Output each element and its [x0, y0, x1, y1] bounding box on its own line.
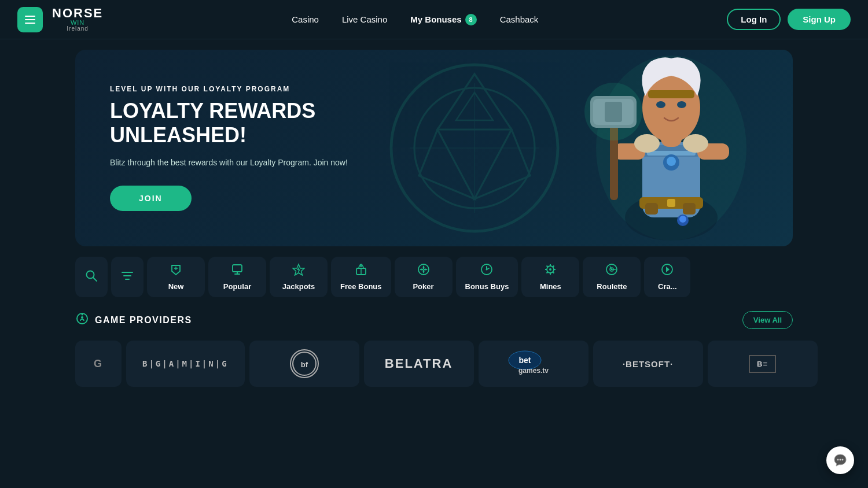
login-button[interactable]: Log In	[727, 9, 781, 30]
svg-point-28	[679, 216, 686, 223]
provider-betsoft[interactable]: ·BETSOFT·	[593, 341, 703, 387]
cat-filter-button[interactable]	[111, 257, 144, 297]
betgames-logo: bet games.tv	[507, 350, 560, 378]
svg-point-62	[82, 313, 83, 315]
cat-jackpots-button[interactable]: Jackpots	[270, 257, 328, 297]
cat-new-label: New	[168, 282, 184, 291]
hero-title: Loyalty Rewards Unleashed!	[110, 99, 365, 147]
game-providers-section: GAME PROVIDERS View All g B|G|A|M|I|N|G …	[75, 311, 793, 387]
logo: NORSE WIN Ireland	[52, 7, 103, 32]
svg-rect-24	[645, 203, 658, 215]
provider-partial[interactable]: g	[75, 341, 122, 387]
hero-character	[550, 50, 793, 246]
svg-point-70	[842, 459, 844, 461]
section-header: GAME PROVIDERS View All	[75, 311, 793, 329]
view-all-button[interactable]: View All	[742, 311, 793, 329]
svg-line-52	[553, 272, 554, 273]
svg-text:games.tv: games.tv	[518, 367, 549, 375]
cat-free-bonus-button[interactable]: Free Bonus	[331, 257, 391, 297]
search-icon	[85, 269, 98, 285]
svg-line-51	[547, 266, 548, 267]
svg-text:bet: bet	[518, 356, 531, 365]
crash-icon	[661, 263, 674, 279]
hero-content: Level up with our loyalty program Loyalt…	[75, 56, 399, 239]
nav-cashback[interactable]: Cashback	[500, 14, 539, 24]
new-icon	[170, 263, 182, 279]
cat-jackpots-label: Jackpots	[282, 282, 315, 291]
svg-text:bf: bf	[300, 360, 308, 369]
header-left: NORSE WIN Ireland	[17, 7, 103, 32]
svg-point-16	[677, 101, 686, 108]
mines-icon	[544, 263, 557, 279]
svg-point-45	[486, 269, 488, 271]
cat-roulette-label: Roulette	[597, 282, 627, 291]
svg-point-26	[584, 83, 642, 141]
svg-point-58	[611, 269, 612, 270]
svg-rect-17	[648, 90, 694, 98]
logo-region: Ireland	[67, 26, 89, 32]
bonus-buys-icon	[480, 263, 493, 279]
hero-join-button[interactable]: JOIN	[110, 186, 192, 211]
cat-roulette-button[interactable]: Roulette	[583, 257, 641, 297]
bgaming-logo: B|G|A|M|I|N|G	[142, 359, 229, 368]
bonus-count-badge: 8	[465, 14, 477, 25]
nav-live-casino[interactable]: Live Casino	[342, 14, 387, 24]
cat-popular-button[interactable]: Popular	[208, 257, 266, 297]
provider-be[interactable]: B≡	[708, 341, 818, 387]
cat-mines-button[interactable]: Mines	[521, 257, 579, 297]
belatra-logo: BELATRA	[385, 356, 453, 371]
cat-poker-button[interactable]: Poker	[395, 257, 453, 297]
bf-logo: bf	[290, 349, 319, 378]
section-title-area: GAME PROVIDERS	[75, 312, 192, 329]
nav-my-bonuses[interactable]: My Bonuses 8	[410, 14, 476, 25]
hero-description: Blitz through the best rewards with our …	[110, 156, 365, 169]
betsoft-logo: ·BETSOFT·	[623, 359, 673, 369]
svg-point-55	[549, 268, 551, 271]
main-nav: Casino Live Casino My Bonuses 8 Cashback	[292, 14, 538, 25]
cat-free-bonus-label: Free Bonus	[340, 282, 382, 291]
cat-poker-label: Poker	[413, 282, 433, 291]
provider-belatra[interactable]: BELATRA	[364, 341, 474, 387]
cat-mines-label: Mines	[540, 282, 561, 291]
cat-search-button[interactable]	[75, 257, 108, 297]
header-actions: Log In Sign Up	[727, 9, 851, 30]
svg-point-23	[667, 157, 676, 166]
providers-icon	[75, 312, 89, 329]
svg-point-15	[656, 101, 665, 108]
svg-point-69	[840, 459, 841, 461]
provider-bgaming[interactable]: B|G|A|M|I|N|G	[126, 341, 245, 387]
provider-bf[interactable]: bf	[249, 341, 359, 387]
cat-bonus-buys-button[interactable]: Bonus Buys	[456, 257, 518, 297]
svg-line-54	[547, 272, 548, 273]
svg-rect-8	[667, 199, 675, 207]
cat-crash-button[interactable]: Cra...	[644, 257, 690, 297]
cat-crash-label: Cra...	[658, 282, 677, 291]
menu-button[interactable]	[17, 7, 43, 32]
main-header: NORSE WIN Ireland Casino Live Casino My …	[0, 0, 868, 39]
cat-popular-label: Popular	[223, 282, 251, 291]
free-bonus-icon	[355, 263, 367, 279]
svg-point-68	[837, 459, 839, 461]
hero-subtitle: Level up with our loyalty program	[110, 85, 365, 93]
signup-button[interactable]: Sign Up	[788, 9, 851, 30]
category-nav: New Popular Jackpots	[75, 257, 793, 297]
provider-partial-logo: g	[94, 358, 103, 370]
jackpots-icon	[292, 263, 305, 279]
hero-banner: Level up with our loyalty program Loyalt…	[75, 50, 793, 246]
nav-casino[interactable]: Casino	[292, 14, 319, 24]
roulette-icon	[605, 263, 618, 279]
provider-betgames[interactable]: bet games.tv	[479, 341, 589, 387]
providers-row: g B|G|A|M|I|N|G bf BELATRA	[75, 341, 793, 387]
be-logo: B≡	[749, 355, 776, 373]
cat-bonus-buys-label: Bonus Buys	[465, 282, 509, 291]
svg-rect-36	[233, 265, 242, 272]
svg-line-30	[93, 278, 97, 281]
chat-bubble[interactable]	[826, 446, 854, 474]
cat-new-button[interactable]: New	[147, 257, 205, 297]
svg-marker-60	[666, 267, 670, 272]
filter-icon	[121, 269, 134, 285]
logo-name: NORSE	[52, 7, 103, 20]
svg-line-53	[553, 266, 554, 267]
svg-rect-25	[683, 203, 696, 215]
poker-icon	[417, 263, 430, 279]
